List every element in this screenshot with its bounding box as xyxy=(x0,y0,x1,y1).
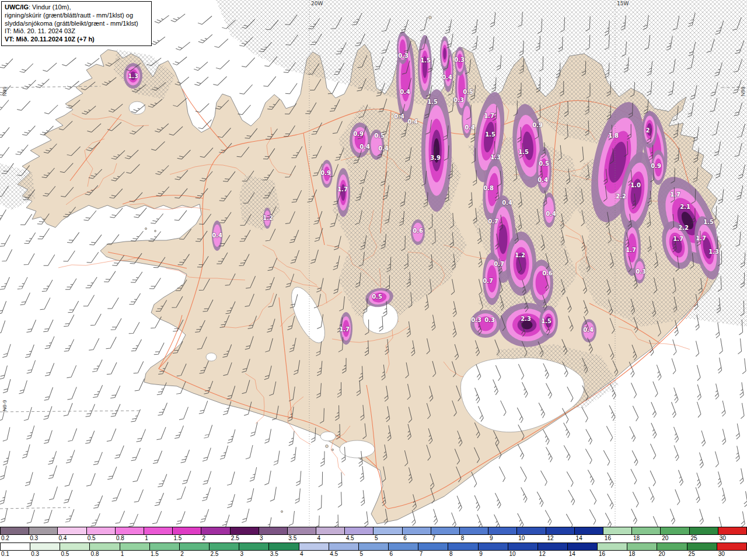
snow-scale-cell xyxy=(418,543,448,550)
rain-scale-tick-label: 3 xyxy=(260,535,263,541)
snow-scale-bar xyxy=(0,542,747,551)
precip-value-label: 1.5 xyxy=(485,131,495,138)
legend-title-box: UWC/IG: Vindur (10m), rigning/skúrir (gr… xyxy=(1,1,152,46)
snow-scale-tick-label: 30 xyxy=(718,551,725,557)
snow-scale-cell xyxy=(717,543,746,550)
rain-scale-cell xyxy=(603,527,632,534)
snow-scale-cell xyxy=(657,543,687,550)
precip-value-label: 0.5 xyxy=(374,132,385,139)
rain-scale-cell xyxy=(58,527,86,534)
rain-scale-cell xyxy=(661,527,689,534)
snow-scale-labels: 0.10.30.50.811.522.533.544.5567891012141… xyxy=(0,551,747,558)
precip-value-label: 0.5 xyxy=(539,160,549,167)
precip-value-label: 0.3 xyxy=(484,317,495,323)
precip-value-label: 1.8 xyxy=(608,132,619,139)
map-svg: 20W15W 1.30.31.50.30.40.41.50.30.51.70.4… xyxy=(0,0,747,527)
rain-scale-tick-label: 8 xyxy=(461,535,465,541)
rain-scale-tick-label: 2.5 xyxy=(231,535,239,541)
snow-scale-tick-label: 4 xyxy=(300,551,303,557)
rain-scale-tick-label: 14 xyxy=(576,535,582,541)
rain-scale-cell xyxy=(575,527,603,534)
snow-scale-cell xyxy=(150,543,180,550)
snow-scale-tick-label: 10 xyxy=(509,551,515,557)
rain-scale-cell xyxy=(374,527,402,534)
island xyxy=(155,230,156,232)
snow-scale-tick-label: 3 xyxy=(240,551,244,557)
snow-scale-cell xyxy=(1,543,30,550)
precip-value-label: 0.7 xyxy=(488,218,498,225)
weather-map-page: 20W15W 1.30.31.50.30.40.41.50.30.51.70.4… xyxy=(0,0,747,560)
precip-value-label: 0.8 xyxy=(483,185,494,191)
latitude-edge-label: N9-9 xyxy=(2,400,8,411)
precip-value-label: 0.4 xyxy=(583,327,594,333)
rain-scale-cell xyxy=(288,527,316,534)
color-scale-legend: 0.20.30.40.50.811.522.533.544.5567891012… xyxy=(0,527,747,560)
precip-value-label: 1.0 xyxy=(630,182,641,188)
latitude-edge-label: N99 xyxy=(2,86,8,96)
precip-value-label: 0.3 xyxy=(471,317,481,323)
precip-value-label: 2.2 xyxy=(616,193,626,200)
snow-scale-cell xyxy=(239,543,269,550)
snow-scale-tick-label: 18 xyxy=(629,551,635,557)
lake-thingvallavatn xyxy=(206,353,217,361)
precip-value-label: 0.9 xyxy=(532,122,543,128)
valid-time: VT: Mið. 20.11.2024 10Z (+7 h) xyxy=(5,36,148,44)
rain-scale-cell xyxy=(488,527,517,534)
rain-scale-cell xyxy=(690,527,718,534)
precip-value-label: 0.4 xyxy=(359,144,370,150)
precip-value-label: 1.2 xyxy=(515,252,525,258)
precip-value-label: 0.4 xyxy=(400,89,410,95)
precip-value-label: 0.4 xyxy=(465,124,475,131)
snow-scale-cell xyxy=(210,543,239,550)
snow-scale-tick-label: 12 xyxy=(539,551,546,557)
precip-value-label: 0.7 xyxy=(494,261,504,267)
snow-scale-tick-label: 6 xyxy=(390,551,393,557)
island xyxy=(332,449,334,451)
snow-scale-cell xyxy=(508,543,538,550)
island xyxy=(145,228,146,229)
rain-scale-cell xyxy=(1,527,29,534)
snow-scale-tick-label: 0.1 xyxy=(1,551,9,557)
snow-scale-tick-label: 8 xyxy=(449,551,453,557)
snow-scale-tick-label: 16 xyxy=(599,551,605,557)
snow-scale-tick-label: 3.5 xyxy=(270,551,278,557)
snow-scale-cell xyxy=(389,543,418,550)
island xyxy=(326,445,329,448)
title-line1-rest: : Vindur (10m), xyxy=(29,4,71,10)
rain-scale-tick-label: 12 xyxy=(547,535,553,541)
snow-scale-tick-label: 2.5 xyxy=(210,551,218,557)
precip-value-label: 0.4 xyxy=(407,118,418,125)
rain-scale-tick-label: 3.5 xyxy=(288,535,296,541)
rain-scale-tick-label: 10 xyxy=(518,535,525,541)
precip-value-label: 0.5 xyxy=(372,293,382,300)
precip-value-label: 1.7 xyxy=(626,247,636,253)
precip-value-label: 2.2 xyxy=(678,225,689,231)
snow-scale-tick-label: 4.5 xyxy=(330,551,338,557)
rain-scale-cell xyxy=(632,527,661,534)
snow-scale-tick-label: 25 xyxy=(689,551,695,557)
precip-value-label: 2.1 xyxy=(680,204,690,210)
rain-scale-tick-label: 4 xyxy=(317,535,321,541)
rain-scale-tick-label: 2 xyxy=(203,535,206,541)
rain-scale-tick-label: 0.8 xyxy=(116,535,124,541)
meridian-label: 20W xyxy=(311,1,323,6)
precip-value-label: 0.6 xyxy=(542,270,553,276)
init-time: IT: Mið. 20. 11. 2024 03Z xyxy=(5,27,148,36)
snow-scale-cell xyxy=(448,543,478,550)
precip-value-label: 1.7 xyxy=(339,326,350,332)
rain-scale-tick-label: 4.5 xyxy=(346,535,354,541)
snow-scale-cell xyxy=(627,543,657,550)
precip-value-label: 2.3 xyxy=(521,316,531,322)
precip-value-label: 1.3 xyxy=(708,249,719,255)
rain-scale-tick-label: 5 xyxy=(375,535,378,541)
rain-scale-cell xyxy=(718,527,746,534)
precip-value-label: 3.9 xyxy=(430,155,441,161)
rain-scale-cell xyxy=(231,527,259,534)
rain-scale-cell xyxy=(403,527,431,534)
precip-value-label: 0.3 xyxy=(636,268,646,275)
precip-value-label: 1.7 xyxy=(484,113,494,119)
rain-scale-tick-label: 30 xyxy=(720,535,726,541)
snow-scale-cell xyxy=(329,543,359,550)
snow-scale-cell xyxy=(299,543,329,550)
precip-value-label: 0.6 xyxy=(413,228,423,234)
